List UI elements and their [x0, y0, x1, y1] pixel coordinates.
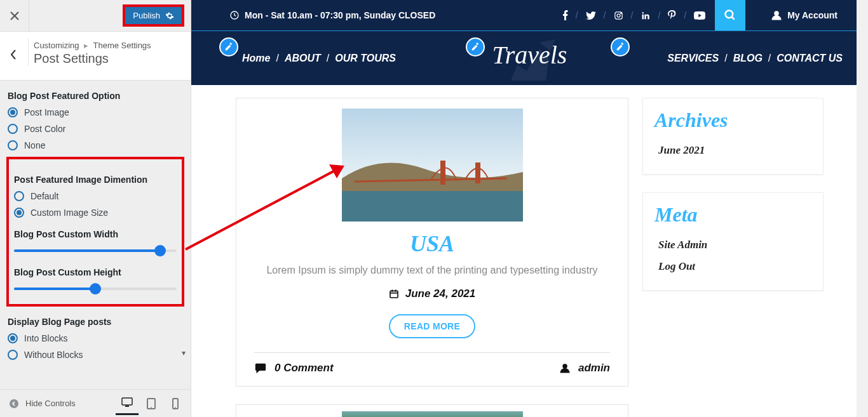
section-dimension-title: Post Featured Image Dimention — [14, 175, 177, 185]
device-tablet-button[interactable] — [140, 392, 163, 415]
slider-thumb-icon[interactable] — [90, 283, 101, 295]
svg-point-12 — [620, 13, 621, 13]
pinterest-icon[interactable] — [668, 10, 676, 21]
post-date-text: June 24, 2021 — [405, 288, 476, 300]
svg-rect-2 — [125, 406, 129, 407]
radio-icon — [8, 140, 18, 150]
expand-icon[interactable]: ▾ — [178, 347, 189, 359]
comments-text: 0 Comment — [275, 362, 334, 374]
post-featured-image[interactable] — [342, 109, 523, 222]
widget-meta: Meta Site Admin Log Out — [642, 192, 824, 291]
linkedin-icon[interactable] — [641, 11, 650, 20]
svg-point-4 — [151, 407, 152, 408]
opening-hours: Mon - Sat 10.am - 07:30 pm, Sunday CLOSE… — [229, 10, 435, 20]
nav-tours[interactable]: OUR TOURS — [335, 53, 396, 64]
svg-line-14 — [732, 17, 735, 20]
radio-post-image[interactable]: Post Image — [8, 107, 183, 117]
section-display-title: Display Blog Page posts — [8, 317, 183, 327]
edit-shortcut-button[interactable] — [219, 37, 238, 56]
post-author[interactable]: admin — [559, 362, 610, 374]
nav-blog[interactable]: BLOG — [733, 53, 763, 64]
widget-archives: Archives June 2021 — [642, 98, 824, 175]
radio-label: Custom Image Size — [31, 208, 108, 218]
radio-custom-size[interactable]: Custom Image Size — [14, 208, 177, 218]
widget-title: Meta — [654, 203, 811, 227]
post-card: USA Lorem Ipsum is simply dummy text of … — [236, 98, 628, 387]
instagram-icon[interactable] — [614, 11, 623, 20]
hours-text: Mon - Sat 10.am - 07:30 pm, Sunday CLOSE… — [245, 10, 435, 20]
main-column: USA Lorem Ipsum is simply dummy text of … — [236, 98, 628, 417]
tablet-icon — [147, 398, 156, 409]
my-account-link[interactable]: My Account — [771, 10, 837, 21]
pencil-icon — [471, 43, 480, 51]
slider-width-label: Blog Post Custom Width — [14, 229, 177, 239]
nav-contact[interactable]: CONTACT US — [776, 53, 843, 64]
radio-icon — [8, 124, 18, 134]
svg-rect-21 — [390, 291, 398, 298]
author-text: admin — [578, 362, 610, 374]
radio-into-blocks[interactable]: Into Blocks — [8, 333, 183, 343]
device-preview-group — [116, 392, 187, 415]
hide-controls-button[interactable]: Hide Controls — [4, 399, 113, 409]
radio-icon — [14, 191, 24, 201]
breadcrumb-leaf: Theme Settings — [93, 41, 151, 50]
meta-link-siteadmin[interactable]: Site Admin — [654, 234, 811, 256]
calendar-icon — [389, 289, 399, 299]
device-desktop-button[interactable] — [116, 392, 139, 415]
edit-shortcut-button[interactable] — [611, 37, 630, 56]
site-content: USA Lorem Ipsum is simply dummy text of … — [191, 85, 868, 417]
nav-about[interactable]: ABOUT — [285, 53, 321, 64]
close-button[interactable] — [0, 0, 29, 32]
slider-thumb-icon[interactable] — [154, 245, 166, 256]
site-logo[interactable]: Travels — [492, 40, 567, 70]
nav-left: Home/ ABOUT/ OUR TOURS — [242, 53, 396, 64]
radio-label: Without Blocks — [24, 350, 83, 360]
twitter-icon[interactable] — [586, 11, 596, 20]
archive-link[interactable]: June 2021 — [654, 140, 811, 161]
radio-label: Default — [31, 191, 58, 201]
search-button[interactable] — [715, 0, 745, 30]
radio-icon — [8, 333, 18, 343]
scrollbar[interactable] — [857, 0, 868, 417]
publish-button[interactable]: Publish — [125, 7, 182, 24]
svg-point-6 — [175, 407, 176, 408]
slider-width[interactable] — [14, 246, 177, 256]
site-topbar: Mon - Sat 10.am - 07:30 pm, Sunday CLOSE… — [191, 0, 868, 30]
radio-label: Post Color — [24, 124, 65, 134]
post-meta: 0 Comment admin — [254, 352, 610, 374]
radio-default[interactable]: Default — [14, 191, 177, 201]
radio-label: None — [24, 140, 45, 150]
preview-pane: Mon - Sat 10.am - 07:30 pm, Sunday CLOSE… — [191, 0, 868, 417]
svg-rect-17 — [342, 191, 523, 222]
slider-height[interactable] — [14, 284, 177, 294]
pencil-icon — [224, 43, 233, 51]
close-icon — [10, 11, 19, 20]
post-excerpt: Lorem Ipsum is simply dummy text of the … — [254, 265, 610, 276]
sidebar-body: Blog Post Featured Option Post Image Pos… — [0, 81, 191, 389]
edit-shortcut-button[interactable] — [466, 37, 485, 56]
breadcrumb-separator-icon: ▸ — [84, 41, 88, 50]
device-mobile-button[interactable] — [164, 392, 187, 415]
desktop-icon — [121, 397, 133, 407]
user-icon — [771, 10, 782, 21]
facebook-icon[interactable] — [563, 10, 568, 20]
youtube-icon[interactable] — [694, 11, 705, 20]
breadcrumb-root: Customizing — [34, 41, 79, 50]
radio-without-blocks[interactable]: Without Blocks — [8, 350, 183, 360]
my-account-label: My Account — [787, 10, 837, 20]
post-featured-image[interactable] — [342, 411, 523, 417]
nav-services[interactable]: SERVICES — [667, 53, 719, 64]
radio-post-color[interactable]: Post Color — [8, 124, 183, 134]
meta-link-logout[interactable]: Log Out — [654, 256, 811, 277]
post-comments[interactable]: 0 Comment — [254, 362, 334, 374]
widget-title: Archives — [654, 109, 811, 132]
nav-home[interactable]: Home — [242, 53, 270, 64]
image-dimension-highlight: Post Featured Image Dimention Default Cu… — [6, 157, 184, 307]
back-button[interactable] — [4, 38, 23, 71]
read-more-button[interactable]: READ MORE — [389, 314, 475, 338]
post-title[interactable]: USA — [254, 230, 610, 257]
svg-point-13 — [726, 11, 733, 18]
radio-none[interactable]: None — [8, 140, 183, 150]
publish-highlight: Publish — [123, 4, 184, 27]
customizer-sidebar: Publish Customizing ▸ Theme Settings Pos… — [0, 0, 191, 417]
